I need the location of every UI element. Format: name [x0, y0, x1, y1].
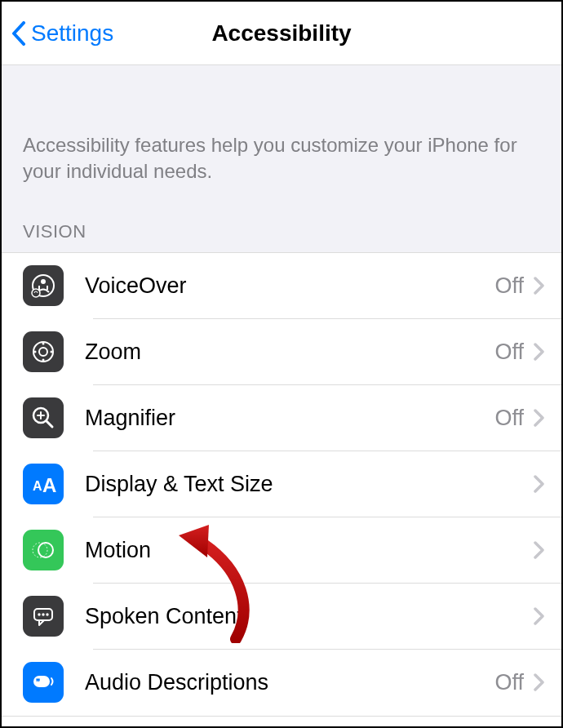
chevron-right-icon — [534, 607, 545, 625]
row-audio-descriptions[interactable]: ❞ Audio Descriptions Off — [2, 650, 561, 716]
row-display-text-size[interactable]: A A Display & Text Size — [2, 451, 561, 517]
svg-point-5 — [33, 342, 53, 362]
zoom-icon — [23, 331, 64, 372]
chevron-right-icon — [534, 277, 545, 295]
chevron-right-icon — [534, 409, 545, 427]
row-spoken-content[interactable]: Spoken Content — [2, 584, 561, 650]
chevron-right-icon — [534, 475, 545, 493]
svg-point-6 — [39, 348, 47, 356]
magnifier-icon — [23, 397, 64, 438]
row-label: Audio Descriptions — [85, 670, 494, 695]
row-motion[interactable]: Motion — [2, 517, 561, 584]
row-value: Off — [494, 406, 524, 431]
svg-point-20 — [38, 614, 40, 616]
chevron-left-icon — [11, 21, 26, 46]
svg-line-12 — [47, 421, 52, 427]
row-label: Motion — [85, 538, 524, 563]
row-label: Display & Text Size — [85, 472, 524, 497]
content: Accessibility features help you customiz… — [2, 65, 561, 717]
svg-point-7 — [42, 343, 45, 345]
row-value: Off — [494, 670, 524, 695]
row-label: Zoom — [85, 340, 494, 365]
back-label: Settings — [31, 20, 113, 47]
svg-point-22 — [46, 614, 48, 616]
svg-point-1 — [41, 279, 46, 284]
svg-point-4 — [32, 289, 40, 297]
svg-point-21 — [42, 614, 44, 616]
chevron-right-icon — [534, 343, 545, 361]
row-label: VoiceOver — [85, 273, 494, 299]
textsize-icon: A A — [23, 464, 64, 504]
row-magnifier[interactable]: Magnifier Off — [2, 385, 561, 451]
svg-point-9 — [34, 351, 37, 353]
voiceover-icon — [23, 265, 64, 306]
row-voiceover[interactable]: VoiceOver Off — [2, 253, 561, 319]
svg-point-10 — [51, 351, 53, 353]
chevron-right-icon — [534, 541, 545, 559]
row-label: Spoken Content — [85, 604, 524, 629]
svg-text:A: A — [42, 474, 56, 496]
section-header-vision: VISION — [2, 198, 561, 252]
motion-icon — [23, 530, 64, 570]
chevron-right-icon — [534, 673, 545, 691]
back-button[interactable]: Settings — [2, 20, 113, 47]
page-title: Accessibility — [211, 20, 351, 47]
row-zoom[interactable]: Zoom Off — [2, 319, 561, 385]
description-text: Accessibility features help you customiz… — [2, 65, 561, 198]
spoken-content-icon — [23, 596, 64, 637]
row-label: Magnifier — [85, 406, 494, 431]
row-value: Off — [494, 273, 524, 299]
vision-list: VoiceOver Off Zoom Off — [2, 252, 561, 717]
svg-point-8 — [42, 359, 45, 362]
audio-descriptions-icon: ❞ — [23, 662, 64, 703]
svg-text:A: A — [33, 479, 42, 493]
svg-text:❞: ❞ — [36, 677, 40, 686]
header-bar: Settings Accessibility — [2, 2, 561, 65]
row-value: Off — [494, 340, 524, 365]
